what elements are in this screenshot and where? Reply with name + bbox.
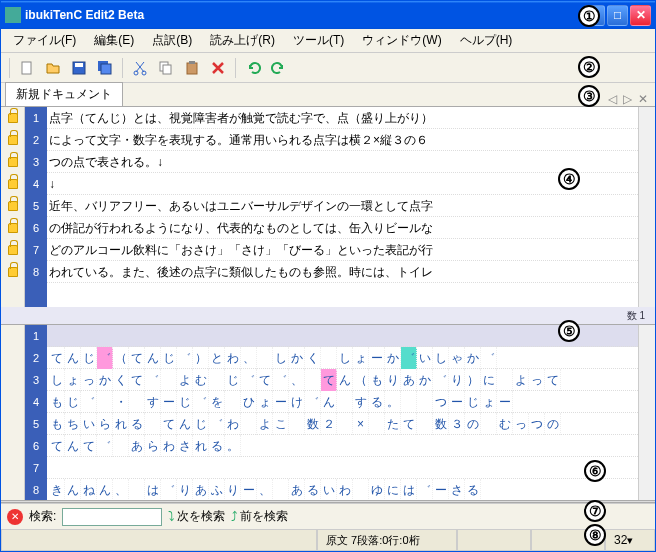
- braille-line: てんて゛ あらわされる。: [47, 435, 638, 457]
- undo-button[interactable]: [242, 57, 264, 79]
- lock-icon: [8, 245, 18, 255]
- find-next-icon: ⤵: [168, 509, 175, 524]
- text-line: われている。また、後述の点字に類似したものも参照。時には、トイレ: [47, 261, 638, 283]
- document-tab[interactable]: 新規ドキュメント: [5, 82, 123, 106]
- text-line: ↓: [47, 173, 638, 195]
- scrollbar-top[interactable]: [638, 107, 655, 307]
- linenum-bottom: 1234 5678: [25, 325, 47, 500]
- lock-icon: [8, 179, 18, 189]
- svg-rect-2: [75, 63, 83, 67]
- delete-button[interactable]: [207, 57, 229, 79]
- gutter-bottom: [1, 325, 25, 500]
- search-label: 検索:: [29, 508, 56, 525]
- menu-file[interactable]: ファイル(F): [5, 29, 84, 52]
- minimize-button[interactable]: _: [584, 5, 605, 26]
- text-line: によって文字・数字を表現する。通常用いられる点字は横２×縦３の６: [47, 129, 638, 151]
- find-next-button[interactable]: ⤵次を検索: [168, 508, 225, 525]
- save-button[interactable]: [68, 57, 90, 79]
- editor-bottom[interactable]: てんじ゛（てんじ゛）とわ、 しかく しょーか゛いしゃか゛しょっかくて゛ よむ じ…: [47, 325, 638, 500]
- status-cell-2: [531, 530, 605, 551]
- text-line: の併記が行われるようになり、代表的なものとしては、缶入りビールな: [47, 217, 638, 239]
- app-icon: [5, 7, 21, 23]
- text-line: つの点で表される。↓: [47, 151, 638, 173]
- ruler: 数 1: [1, 307, 655, 325]
- svg-rect-10: [189, 61, 195, 64]
- maximize-button[interactable]: □: [607, 5, 628, 26]
- status-line: 32 ▾: [605, 530, 655, 551]
- braille-line: [47, 457, 638, 479]
- close-button[interactable]: ✕: [630, 5, 651, 26]
- window-title: ibukiTenC Edit2 Beta: [25, 8, 582, 22]
- braille-line: もじ゛ ・ すーじ゛を ひょーけ゛ん する。 つーじょー: [47, 391, 638, 413]
- svg-rect-4: [101, 64, 111, 74]
- lock-icon: [8, 267, 18, 277]
- scrollbar-bottom[interactable]: [638, 325, 655, 500]
- copy-button[interactable]: [155, 57, 177, 79]
- tab-prev-icon[interactable]: ◁: [605, 92, 620, 106]
- find-prev-icon: ⤴: [231, 509, 238, 524]
- editor-top[interactable]: 点字（てんじ）とは、視覚障害者が触覚で読む字で、点（盛り上がり）によって文字・数…: [47, 107, 638, 307]
- tab-close-icon[interactable]: ✕: [635, 92, 651, 106]
- svg-rect-8: [163, 65, 171, 74]
- braille-line: もちいられる てんじ゛わ よこ 数２ × たて 数３の むっつの: [47, 413, 638, 435]
- menu-tool[interactable]: ツール(T): [285, 29, 352, 52]
- menu-read[interactable]: 読み上げ(R): [202, 29, 283, 52]
- lock-icon: [8, 223, 18, 233]
- text-line: 点字（てんじ）とは、視覚障害者が触覚で読む字で、点（盛り上がり）: [47, 107, 638, 129]
- open-button[interactable]: [42, 57, 64, 79]
- menu-help[interactable]: ヘルプ(H): [452, 29, 521, 52]
- search-input[interactable]: [62, 508, 162, 526]
- braille-line: しょっかくて゛ よむ じ゛て゛、 てん（もりあか゛り）に よって: [47, 369, 638, 391]
- lock-icon: [8, 135, 18, 145]
- text-line: どのアルコール飲料に「おさけ」「さけ」「びーる」といった表記が行: [47, 239, 638, 261]
- menu-braille[interactable]: 点訳(B): [144, 29, 200, 52]
- text-line: 近年、バリアフリー、あるいはユニバーサルデザインの一環として点字: [47, 195, 638, 217]
- braille-line: きんねん、 は゛りあふりー、 あるいわ ゆには゛ーさる: [47, 479, 638, 500]
- lock-icon: [8, 201, 18, 211]
- svg-rect-9: [187, 63, 197, 74]
- svg-rect-0: [22, 62, 31, 74]
- find-prev-button[interactable]: ⤴前を検索: [231, 508, 288, 525]
- menu-window[interactable]: ウィンドウ(W): [354, 29, 449, 52]
- tab-next-icon[interactable]: ▷: [620, 92, 635, 106]
- braille-line: てんじ゛（てんじ゛）とわ、 しかく しょーか゛いしゃか゛: [47, 347, 638, 369]
- search-close-icon[interactable]: ✕: [7, 509, 23, 525]
- paste-button[interactable]: [181, 57, 203, 79]
- linenum-top: 1234 5678: [25, 107, 47, 307]
- cut-button[interactable]: [129, 57, 151, 79]
- new-button[interactable]: [16, 57, 38, 79]
- status-blank: [1, 530, 317, 551]
- lock-icon: [8, 157, 18, 167]
- gutter-top: [1, 107, 25, 307]
- saveall-button[interactable]: [94, 57, 116, 79]
- redo-button[interactable]: [268, 57, 290, 79]
- menu-edit[interactable]: 編集(E): [86, 29, 142, 52]
- status-position: 原文 7段落:0行:0桁: [317, 530, 457, 551]
- status-cell-1: [457, 530, 531, 551]
- braille-line: [47, 325, 638, 347]
- lock-icon: [8, 113, 18, 123]
